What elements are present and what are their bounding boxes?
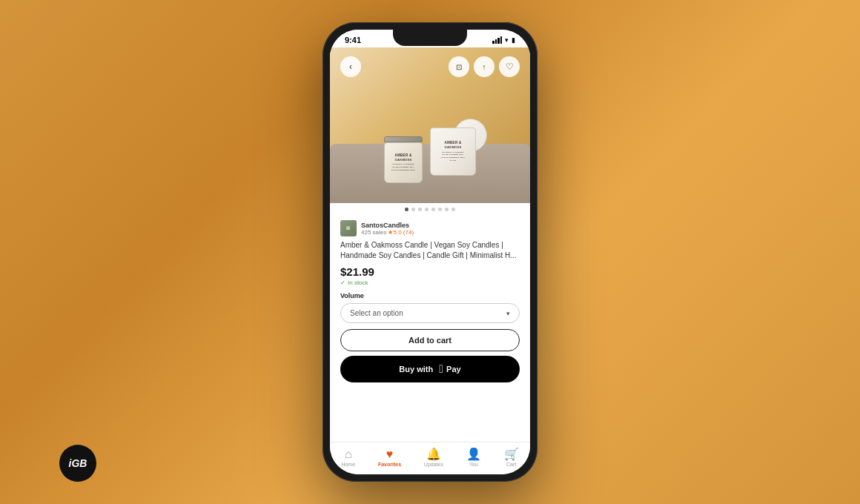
dot-8: [452, 208, 455, 211]
jar-body-small: AMBER & OAKMOSS NATURAL CANDLESHAND POUR…: [384, 142, 423, 183]
candle-small: AMBER & OAKMOSS NATURAL CANDLESHAND POUR…: [384, 136, 423, 181]
buy-with-apple-pay-button[interactable]: Buy with  Pay: [340, 356, 520, 382]
back-button[interactable]: ‹: [340, 56, 361, 77]
dot-4: [425, 208, 429, 211]
product-details: 🏛 SantosCandles 425 sales ★5.0 (74) Ambe…: [330, 214, 530, 442]
volume-dropdown[interactable]: Select an option ▾: [340, 303, 520, 323]
phone-screen: 9:41 ▾ ▮: [330, 30, 530, 474]
you-label: You: [469, 462, 478, 467]
pay-label: Pay: [446, 365, 461, 374]
dot-3: [418, 208, 422, 211]
seller-sales: 425 sales: [361, 229, 386, 236]
dot-5: [431, 208, 435, 211]
status-time: 9:41: [345, 36, 361, 44]
bottom-nav: ⌂ Home ♥ Favorites 🔔 Updates 👤 You 🛒 Car…: [330, 442, 530, 474]
signal-bars: [492, 36, 502, 44]
battery-icon: ▮: [512, 36, 515, 44]
dots-indicator: [330, 203, 530, 214]
nav-item-you[interactable]: 👤 You: [466, 447, 481, 467]
nav-item-cart[interactable]: 🛒 Cart: [504, 447, 519, 467]
chevron-down-icon: ▾: [506, 310, 510, 317]
dot-2: [411, 208, 415, 211]
nav-icons-right: ⊡ ↑ ♡: [449, 56, 520, 77]
share-button[interactable]: ↑: [474, 56, 494, 77]
in-stock-indicator: ✓ In stock: [340, 279, 520, 286]
jar-body-large: AMBER & OAKMOSS NATURAL CANDLESHAND POUR…: [430, 127, 476, 176]
dot-7: [445, 208, 449, 211]
check-icon: ✓: [340, 279, 345, 286]
nav-item-favorites[interactable]: ♥ Favorites: [378, 448, 401, 467]
product-title: Amber & Oakmoss Candle | Vegan Soy Candl…: [340, 240, 520, 261]
back-icon: ‹: [349, 62, 352, 72]
share-icon: ↑: [483, 63, 486, 71]
seller-name[interactable]: SantosCandles: [361, 222, 414, 229]
seller-avatar-icon: 🏛: [346, 226, 351, 231]
status-bar: 9:41 ▾ ▮: [330, 30, 530, 47]
heart-icon: ♡: [506, 62, 514, 72]
igb-text: iGB: [69, 457, 87, 469]
nav-item-updates[interactable]: 🔔 Updates: [424, 447, 443, 467]
seller-info: SantosCandles 425 sales ★5.0 (74): [361, 222, 414, 236]
candle-large: AMBER & OAKMOSS NATURAL CANDLESHAND POUR…: [430, 127, 476, 181]
phone-frame: 9:41 ▾ ▮: [322, 22, 538, 482]
screen-button[interactable]: ⊡: [449, 56, 469, 77]
you-icon: 👤: [466, 447, 481, 461]
select-option-text: Select an option: [350, 309, 403, 317]
product-image-area: AMBER & OAKMOSS NATURAL CANDLESHAND POUR…: [330, 47, 530, 203]
updates-label: Updates: [424, 462, 443, 467]
home-label: Home: [341, 462, 355, 467]
nav-item-home[interactable]: ⌂ Home: [341, 448, 355, 467]
add-to-cart-button[interactable]: Add to cart: [340, 329, 520, 351]
candles-container: AMBER & OAKMOSS NATURAL CANDLESHAND POUR…: [384, 127, 476, 181]
signal-bar-3: [497, 38, 500, 44]
screen-icon: ⊡: [456, 63, 462, 71]
status-icons: ▾ ▮: [492, 36, 515, 44]
home-icon: ⌂: [345, 448, 352, 461]
cart-icon: 🛒: [504, 447, 519, 461]
signal-bar-4: [500, 36, 503, 44]
seller-review-count[interactable]: (74): [403, 229, 414, 236]
jar-lid-small: [384, 136, 423, 142]
image-nav: ‹ ⊡ ↑ ♡: [330, 56, 530, 77]
apple-icon: : [439, 362, 443, 376]
updates-icon: 🔔: [426, 447, 441, 461]
favorite-button[interactable]: ♡: [499, 56, 520, 77]
seller-rating: ★5.0: [388, 229, 401, 236]
seller-avatar: 🏛: [340, 220, 357, 236]
jar-label-large: AMBER & OAKMOSS NATURAL CANDLESHAND POUR…: [441, 141, 465, 162]
in-stock-label: In stock: [348, 279, 368, 286]
seller-meta: 425 sales ★5.0 (74): [361, 229, 414, 236]
product-price: $21.99: [340, 265, 520, 278]
signal-bar-2: [495, 39, 497, 44]
favorites-label: Favorites: [378, 462, 401, 467]
notch: [393, 30, 467, 46]
volume-label: Volume: [340, 292, 520, 299]
signal-bar-1: [492, 41, 494, 44]
favorites-icon: ♥: [386, 448, 394, 461]
seller-row: 🏛 SantosCandles 425 sales ★5.0 (74): [340, 220, 520, 236]
wifi-icon: ▾: [505, 36, 509, 44]
cart-label: Cart: [506, 462, 516, 467]
igb-logo: iGB: [59, 445, 96, 482]
dot-6: [438, 208, 442, 211]
buy-with-label: Buy with: [399, 365, 433, 374]
jar-label-small: AMBER & OAKMOSS NATURAL CANDLESHAND POUR…: [391, 153, 415, 171]
dot-1: [405, 208, 408, 211]
